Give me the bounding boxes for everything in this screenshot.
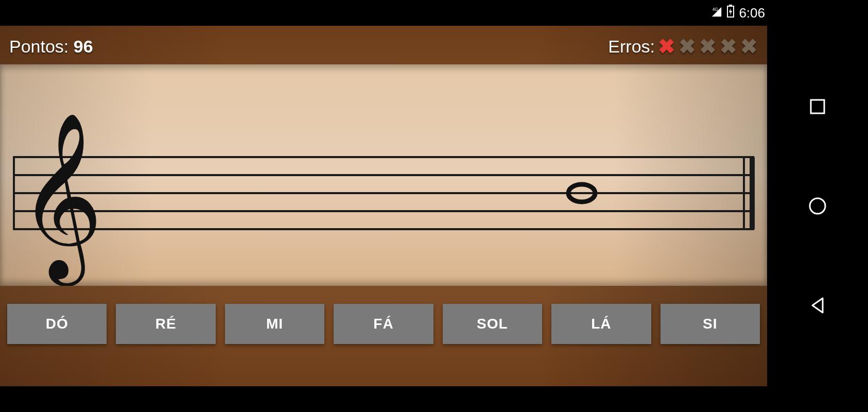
errors-label: Erros: [608, 37, 655, 57]
note-button-label: RÉ [155, 316, 177, 332]
note-button-sol[interactable]: SOL [443, 304, 542, 344]
error-cross-icon: ✖ [740, 36, 758, 57]
clock-text: 6:06 [739, 5, 765, 21]
points-label: Pontos: [9, 37, 74, 56]
svg-point-13 [810, 198, 825, 214]
score-header: Pontos: 96 Erros: ✖ ✖ ✖ ✖ ✖ [0, 36, 767, 57]
note-button-mi[interactable]: MI [225, 304, 324, 344]
error-cross-icon: ✖ [658, 36, 675, 57]
errors-block: Erros: ✖ ✖ ✖ ✖ ✖ [608, 36, 758, 57]
signal-icon: 4G [711, 5, 722, 21]
music-staff: 𝄞 [10, 64, 757, 286]
home-button[interactable] [807, 196, 828, 216]
note-button-label: MI [266, 316, 283, 332]
note-button-do[interactable]: DÓ [7, 304, 107, 344]
note-button-label: LÁ [591, 316, 611, 332]
points-value: 96 [74, 37, 93, 56]
note-button-la[interactable]: LÁ [551, 304, 651, 344]
note-button-label: DÓ [46, 316, 68, 332]
note-button-fa[interactable]: FÁ [334, 304, 433, 344]
treble-clef-icon: 𝄞 [18, 114, 103, 286]
svg-rect-12 [811, 100, 824, 113]
back-button[interactable] [807, 295, 828, 316]
note-buttons-row: DÓ RÉ MI FÁ SOL LÁ SI [0, 304, 767, 344]
error-cross-icon: ✖ [679, 36, 696, 57]
svg-rect-2 [729, 5, 732, 6]
points-block: Pontos: 96 [9, 37, 93, 57]
note-button-label: FÁ [373, 316, 393, 332]
note-button-label: SOL [477, 316, 508, 332]
note-button-si[interactable]: SI [661, 304, 760, 344]
battery-charging-icon [726, 5, 735, 22]
android-nav-bar [767, 26, 868, 386]
recent-apps-button[interactable] [807, 96, 828, 117]
error-cross-icon: ✖ [699, 36, 717, 57]
game-area: Pontos: 96 Erros: ✖ ✖ ✖ ✖ ✖ [0, 26, 767, 386]
android-status-bar: 4G 6:06 [0, 0, 868, 26]
error-cross-icon: ✖ [720, 36, 737, 57]
note-button-re[interactable]: RÉ [116, 304, 215, 344]
note-button-label: SI [703, 316, 717, 332]
staff-panel: 𝄞 [0, 64, 767, 286]
svg-text:4G: 4G [713, 7, 718, 12]
